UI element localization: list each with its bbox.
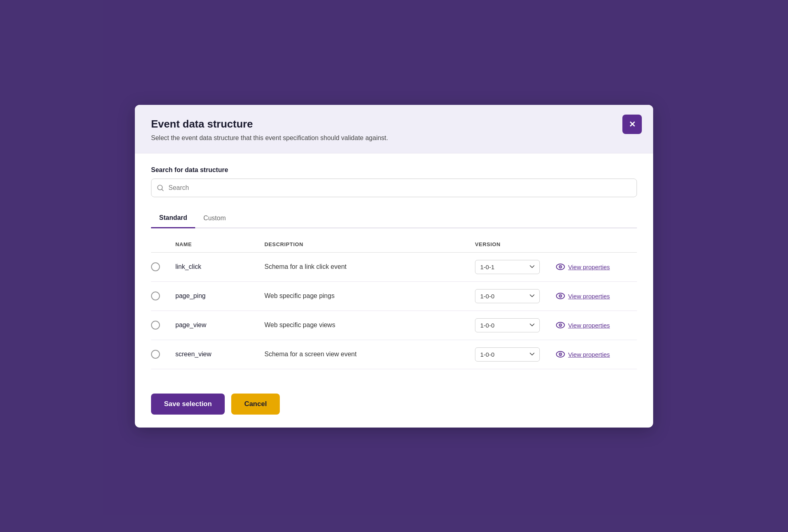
name-link-click: link_click <box>175 263 264 270</box>
version-select-link-click[interactable]: 1-0-1 1-0-0 <box>475 260 540 274</box>
version-cell-page-ping: 1-0-0 <box>475 289 556 303</box>
col-description: DESCRIPTION <box>264 241 475 247</box>
col-name: NAME <box>175 241 264 247</box>
modal-title: Event data structure <box>151 118 637 130</box>
cancel-button[interactable]: Cancel <box>231 394 280 415</box>
tabs-container: Standard Custom <box>151 209 637 228</box>
col-actions <box>556 241 637 247</box>
view-properties-page-view[interactable]: View properties <box>568 322 610 329</box>
radio-cell-screen-view <box>151 350 175 359</box>
name-page-view: page_view <box>175 321 264 329</box>
save-selection-button[interactable]: Save selection <box>151 394 225 415</box>
table-row: page_ping Web specific page pings 1-0-0 <box>151 282 637 311</box>
version-cell-page-view: 1-0-0 <box>475 318 556 332</box>
search-input[interactable] <box>151 179 637 197</box>
col-version: VERSION <box>475 241 556 247</box>
radio-cell-page-ping <box>151 292 175 300</box>
search-wrapper <box>151 179 637 197</box>
col-select <box>151 241 175 247</box>
modal-footer: Save selection Cancel <box>135 384 653 428</box>
svg-point-10 <box>560 325 561 326</box>
radio-page-view[interactable] <box>151 321 160 330</box>
modal-subtitle: Select the event data structure that thi… <box>151 134 637 142</box>
eye-icon-link-click <box>556 264 565 270</box>
version-cell-link-click: 1-0-1 1-0-0 <box>475 260 556 274</box>
eye-icon-page-ping <box>556 293 565 299</box>
svg-point-13 <box>560 354 561 355</box>
modal-container: Event data structure Select the event da… <box>135 105 653 428</box>
table-row: page_view Web specific page views 1-0-0 <box>151 311 637 340</box>
actions-screen-view: View properties <box>556 351 637 358</box>
tab-standard[interactable]: Standard <box>151 209 195 228</box>
actions-page-ping: View properties <box>556 293 637 300</box>
table-header: NAME DESCRIPTION VERSION <box>151 238 637 253</box>
radio-cell-page-view <box>151 321 175 330</box>
view-properties-link-click[interactable]: View properties <box>568 264 610 270</box>
desc-link-click: Schema for a link click event <box>264 263 475 270</box>
radio-page-ping[interactable] <box>151 292 160 300</box>
svg-point-4 <box>560 266 561 267</box>
modal-overlay: Event data structure Select the event da… <box>0 0 788 532</box>
modal-header: Event data structure Select the event da… <box>135 105 653 153</box>
close-icon: ✕ <box>629 119 636 129</box>
version-select-page-ping[interactable]: 1-0-0 <box>475 289 540 303</box>
svg-line-1 <box>162 189 163 191</box>
table-row: link_click Schema for a link click event… <box>151 253 637 282</box>
svg-point-7 <box>560 296 561 296</box>
view-properties-screen-view[interactable]: View properties <box>568 351 610 358</box>
version-cell-screen-view: 1-0-0 <box>475 347 556 362</box>
table-row: screen_view Schema for a screen view eve… <box>151 340 637 369</box>
actions-page-view: View properties <box>556 322 637 329</box>
data-structure-table: NAME DESCRIPTION VERSION link_click Sche… <box>151 238 637 369</box>
actions-link-click: View properties <box>556 264 637 270</box>
view-properties-page-ping[interactable]: View properties <box>568 293 610 300</box>
search-label: Search for data structure <box>151 166 637 174</box>
desc-page-ping: Web specific page pings <box>264 292 475 300</box>
name-page-ping: page_ping <box>175 292 264 300</box>
version-select-page-view[interactable]: 1-0-0 <box>475 318 540 332</box>
radio-link-click[interactable] <box>151 262 160 271</box>
name-screen-view: screen_view <box>175 351 264 358</box>
radio-screen-view[interactable] <box>151 350 160 359</box>
modal-body: Search for data structure Standard Custo… <box>135 153 653 384</box>
tab-custom[interactable]: Custom <box>195 209 234 228</box>
radio-cell-link-click <box>151 262 175 271</box>
desc-screen-view: Schema for a screen view event <box>264 351 475 358</box>
search-icon <box>157 184 164 192</box>
eye-icon-screen-view <box>556 351 565 358</box>
eye-icon-page-view <box>556 322 565 328</box>
close-button[interactable]: ✕ <box>622 115 642 134</box>
version-select-screen-view[interactable]: 1-0-0 <box>475 347 540 362</box>
desc-page-view: Web specific page views <box>264 321 475 329</box>
